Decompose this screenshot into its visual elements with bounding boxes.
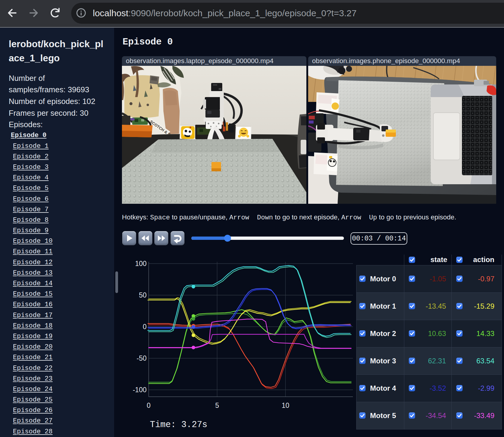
svg-text:5: 5 xyxy=(215,402,219,409)
svg-text:100: 100 xyxy=(135,260,147,267)
svg-text:Time: 3.27s: Time: 3.27s xyxy=(150,420,207,430)
svg-text:-50: -50 xyxy=(137,354,147,362)
svg-text:-100: -100 xyxy=(133,386,147,394)
svg-text:0: 0 xyxy=(147,402,151,409)
svg-text:10: 10 xyxy=(282,402,290,409)
svg-text:50: 50 xyxy=(139,291,147,299)
svg-text:0: 0 xyxy=(143,323,147,331)
